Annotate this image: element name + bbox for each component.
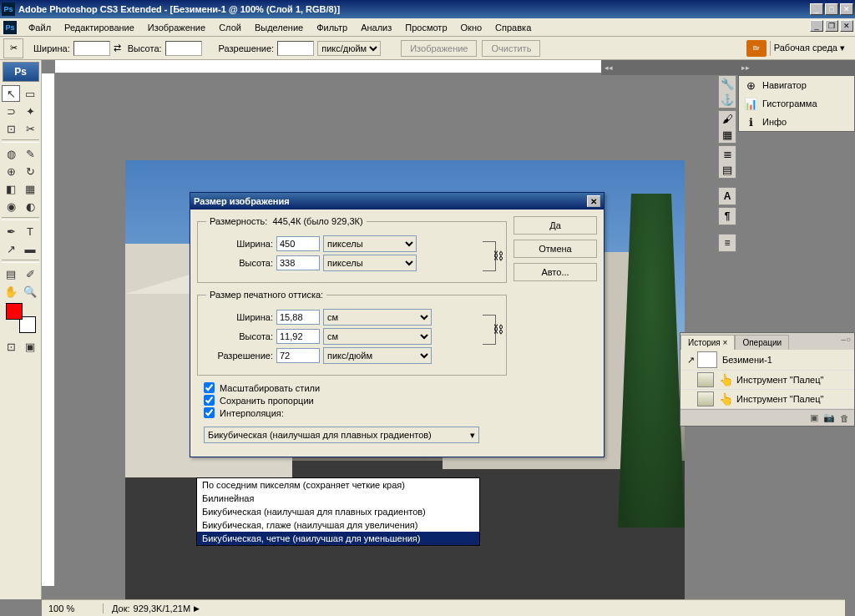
actions-palette-icon[interactable]: ≡ [718, 234, 736, 252]
constrain-check[interactable]: Сохранить пропорции [204, 395, 500, 406]
opt-height-input[interactable] [165, 41, 202, 56]
dropdown-item-1[interactable]: Билинейная [197, 492, 479, 505]
px-height-unit[interactable]: пикселы [323, 255, 417, 271]
dropdown-item-4[interactable]: Бикубическая, четче (наилучшая для умень… [197, 532, 479, 545]
eyedropper-tool[interactable]: ✐ [21, 265, 39, 282]
tab-history[interactable]: История × [680, 335, 735, 350]
menu-analysis[interactable]: Анализ [354, 23, 398, 33]
fg-color-swatch[interactable] [6, 303, 23, 320]
crop-tool[interactable]: ⊡ [2, 120, 20, 137]
swap-icon[interactable]: ⇄ [114, 43, 121, 53]
gradient-tool[interactable]: ▦ [21, 180, 39, 197]
cancel-button[interactable]: Отмена [514, 240, 597, 258]
menu-layer[interactable]: Слой [212, 23, 248, 33]
opt-res-unit[interactable]: пикс/дюйм [317, 41, 381, 56]
dropdown-item-3[interactable]: Бикубическая, глаже (наилучшая для увели… [197, 518, 479, 532]
resolution-unit[interactable]: пикс/дюйм [323, 347, 432, 364]
menu-help[interactable]: Справка [488, 23, 538, 33]
zoom-level[interactable]: 100 % [45, 603, 104, 613]
interpolation-select[interactable]: Бикубическая (наилучшая для плавных град… [204, 427, 479, 443]
blur-tool[interactable]: ◉ [2, 198, 20, 215]
tab-actions[interactable]: Операции [735, 335, 789, 350]
marquee-tool[interactable]: ▭ [21, 85, 39, 102]
move-tool[interactable]: ↖ [2, 85, 20, 102]
history-step-2[interactable]: 👆 Инструмент "Палец" [680, 390, 854, 409]
crop-tool-icon[interactable]: ✂ [3, 38, 23, 58]
dropdown-item-2[interactable]: Бикубическая (наилучшая для плавных град… [197, 505, 479, 518]
menu-window[interactable]: Окно [454, 23, 489, 33]
px-height-input[interactable] [276, 255, 320, 270]
maximize-button[interactable]: □ [825, 3, 838, 15]
resolution-input[interactable] [276, 348, 320, 363]
doc-close[interactable]: ✕ [840, 20, 853, 32]
menu-edit[interactable]: Редактирование [58, 23, 141, 33]
screenmode-tool[interactable]: ▣ [21, 338, 39, 355]
palette-btn-1[interactable]: 🔧⚓ [718, 75, 736, 109]
link-icon[interactable]: ⛓ [492, 250, 503, 262]
dialog-close-button[interactable]: ✕ [587, 195, 600, 207]
resample-check[interactable]: Интерполяция: [204, 407, 500, 418]
ok-button[interactable]: Да [514, 216, 597, 235]
type-tool[interactable]: T [21, 223, 39, 240]
workspace-switcher[interactable]: Br Рабочая среда ▾ [746, 40, 852, 57]
close-button[interactable]: ✕ [840, 3, 853, 15]
info-row[interactable]: ℹИнфо [739, 113, 854, 131]
palette-btn-3[interactable]: ≣▤ [718, 145, 736, 179]
print-height-input[interactable] [276, 329, 320, 344]
snapshot-icon[interactable]: 📷 [823, 412, 835, 423]
histogram-row[interactable]: 📊Гистограмма [739, 94, 854, 113]
link-icon[interactable]: ⛓ [492, 323, 503, 336]
print-height-unit[interactable]: см [323, 328, 432, 345]
px-width-input[interactable] [276, 236, 320, 251]
path-tool[interactable]: ↗ [2, 240, 20, 257]
doc-restore[interactable]: ❐ [825, 20, 838, 32]
hand-tool[interactable]: ✋ [2, 283, 20, 300]
minimize-button[interactable]: _ [810, 3, 823, 15]
opt-width-input[interactable] [73, 41, 110, 56]
brush-tool[interactable]: ✎ [21, 145, 39, 162]
new-doc-icon[interactable]: ▣ [810, 412, 818, 423]
menu-file[interactable]: Файл [22, 23, 58, 33]
dodge-tool[interactable]: ◐ [21, 198, 39, 215]
notes-tool[interactable]: ▤ [2, 265, 20, 282]
px-width-unit[interactable]: пикселы [323, 235, 417, 252]
type-palette-icon[interactable]: A [718, 187, 736, 205]
menu-image[interactable]: Изображение [141, 23, 212, 33]
dropdown-item-0[interactable]: По соседним пикселям (сохраняет четкие к… [197, 478, 479, 492]
heal-tool[interactable]: ◍ [2, 145, 20, 162]
opt-image-button[interactable]: Изображение [401, 40, 477, 57]
print-width-input[interactable] [276, 310, 320, 325]
paragraph-palette-icon[interactable]: ¶ [718, 207, 736, 225]
quickmask-tool[interactable]: ⊡ [2, 338, 20, 355]
eraser-tool[interactable]: ◧ [2, 180, 20, 197]
navigator-row[interactable]: ⊕Навигатор [739, 76, 854, 94]
chevron-right-icon[interactable]: ▶ [194, 604, 200, 613]
doc-minimize[interactable]: _ [810, 20, 823, 32]
print-width-unit[interactable]: см [323, 309, 432, 326]
opt-clear-button[interactable]: Очистить [482, 40, 540, 57]
history-brush-tool[interactable]: ↻ [21, 163, 39, 179]
menu-select[interactable]: Выделение [248, 23, 310, 33]
bridge-icon[interactable]: Br [746, 40, 766, 57]
slice-tool[interactable]: ✂ [21, 120, 39, 137]
pen-tool[interactable]: ✒ [2, 223, 20, 240]
opt-res-input[interactable] [277, 41, 314, 56]
menu-filter[interactable]: Фильтр [310, 23, 354, 33]
layers-icon: ≣ [723, 148, 732, 160]
wand-tool[interactable]: ✦ [21, 103, 39, 119]
dock-collapse-icon[interactable]: ◂◂ [605, 63, 613, 72]
shape-tool[interactable]: ▬ [21, 240, 39, 257]
scale-styles-check[interactable]: Масштабировать стили [204, 382, 500, 393]
trash-icon[interactable]: 🗑 [840, 413, 849, 423]
history-snapshot[interactable]: ↗ Безимени-1 [680, 350, 854, 371]
stamp-tool[interactable]: ⊕ [2, 163, 20, 179]
panel-expand-icon[interactable]: ▸▸ [741, 63, 750, 72]
dialog-titlebar[interactable]: Размер изображения ✕ [190, 193, 604, 210]
history-step-1[interactable]: 👆 Инструмент "Палец" [680, 371, 854, 390]
lasso-tool[interactable]: ⊃ [2, 103, 20, 119]
menu-view[interactable]: Просмотр [398, 23, 453, 33]
panel-menu-icon[interactable]: –○ [841, 335, 851, 344]
palette-btn-2[interactable]: 🖌▦ [718, 110, 736, 144]
zoom-tool[interactable]: 🔍 [21, 283, 39, 300]
auto-button[interactable]: Авто... [514, 263, 597, 281]
